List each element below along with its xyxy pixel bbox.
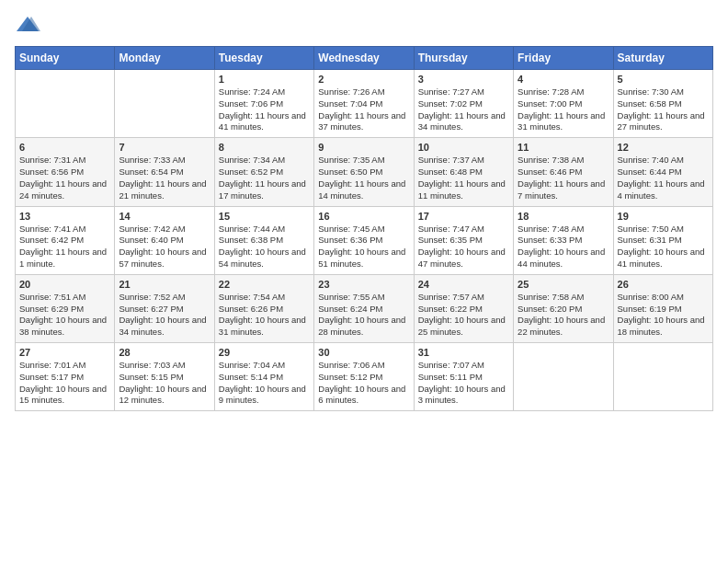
day-number: 4 xyxy=(518,74,609,85)
day-info: Sunrise: 7:54 AMSunset: 6:26 PMDaylight:… xyxy=(219,292,310,339)
calendar-cell: 19Sunrise: 7:50 AMSunset: 6:31 PMDayligh… xyxy=(613,206,712,274)
weekday-header: Wednesday xyxy=(314,47,414,70)
day-number: 21 xyxy=(119,279,210,290)
calendar-cell: 20Sunrise: 7:51 AMSunset: 6:29 PMDayligh… xyxy=(16,274,115,342)
day-number: 30 xyxy=(318,347,409,358)
calendar-cell: 16Sunrise: 7:45 AMSunset: 6:36 PMDayligh… xyxy=(314,206,414,274)
calendar-cell: 25Sunrise: 7:58 AMSunset: 6:20 PMDayligh… xyxy=(514,274,613,342)
day-info: Sunrise: 7:57 AMSunset: 6:22 PMDaylight:… xyxy=(418,292,509,339)
calendar-cell: 23Sunrise: 7:55 AMSunset: 6:24 PMDayligh… xyxy=(314,274,414,342)
logo xyxy=(15,15,44,35)
calendar-week-row: 27Sunrise: 7:01 AMSunset: 5:17 PMDayligh… xyxy=(16,343,713,411)
calendar-cell xyxy=(613,343,712,411)
calendar-week-row: 6Sunrise: 7:31 AMSunset: 6:56 PMDaylight… xyxy=(16,138,713,206)
day-number: 29 xyxy=(219,347,310,358)
weekday-header: Tuesday xyxy=(214,47,313,70)
day-number: 2 xyxy=(318,74,409,85)
day-info: Sunrise: 7:50 AMSunset: 6:31 PMDaylight:… xyxy=(618,224,709,270)
calendar-cell: 26Sunrise: 8:00 AMSunset: 6:19 PMDayligh… xyxy=(613,274,712,342)
day-number: 8 xyxy=(219,142,310,153)
logo-icon xyxy=(15,15,40,35)
day-number: 26 xyxy=(618,279,709,290)
calendar-cell: 8Sunrise: 7:34 AMSunset: 6:52 PMDaylight… xyxy=(214,138,313,206)
calendar-cell xyxy=(115,70,214,138)
day-info: Sunrise: 7:30 AMSunset: 6:58 PMDaylight:… xyxy=(618,86,709,133)
calendar-cell: 18Sunrise: 7:48 AMSunset: 6:33 PMDayligh… xyxy=(514,206,613,274)
day-number: 9 xyxy=(318,142,409,153)
calendar-cell: 7Sunrise: 7:33 AMSunset: 6:54 PMDaylight… xyxy=(115,138,214,206)
day-number: 14 xyxy=(119,211,210,222)
day-number: 12 xyxy=(618,142,709,153)
calendar-cell: 28Sunrise: 7:03 AMSunset: 5:15 PMDayligh… xyxy=(115,343,214,411)
day-info: Sunrise: 7:37 AMSunset: 6:48 PMDaylight:… xyxy=(418,155,509,201)
calendar-cell: 17Sunrise: 7:47 AMSunset: 6:35 PMDayligh… xyxy=(414,206,513,274)
calendar-cell: 31Sunrise: 7:07 AMSunset: 5:11 PMDayligh… xyxy=(414,343,513,411)
day-number: 24 xyxy=(418,279,509,290)
day-number: 17 xyxy=(418,211,509,222)
day-number: 3 xyxy=(418,74,509,85)
calendar-cell: 30Sunrise: 7:06 AMSunset: 5:12 PMDayligh… xyxy=(314,343,414,411)
day-number: 11 xyxy=(518,142,609,153)
day-info: Sunrise: 7:58 AMSunset: 6:20 PMDaylight:… xyxy=(518,292,609,339)
calendar-cell: 13Sunrise: 7:41 AMSunset: 6:42 PMDayligh… xyxy=(16,206,115,274)
day-info: Sunrise: 7:35 AMSunset: 6:50 PMDaylight:… xyxy=(318,155,409,201)
day-info: Sunrise: 7:07 AMSunset: 5:11 PMDaylight:… xyxy=(418,360,509,407)
day-number: 10 xyxy=(418,142,509,153)
day-info: Sunrise: 7:51 AMSunset: 6:29 PMDaylight:… xyxy=(19,292,110,339)
day-info: Sunrise: 7:52 AMSunset: 6:27 PMDaylight:… xyxy=(119,292,210,339)
day-number: 23 xyxy=(318,279,409,290)
day-number: 22 xyxy=(219,279,310,290)
day-number: 18 xyxy=(518,211,609,222)
weekday-header: Friday xyxy=(514,47,613,70)
day-info: Sunrise: 7:26 AMSunset: 7:04 PMDaylight:… xyxy=(318,86,409,133)
calendar-cell xyxy=(16,70,115,138)
day-number: 7 xyxy=(119,142,210,153)
day-info: Sunrise: 7:34 AMSunset: 6:52 PMDaylight:… xyxy=(219,155,310,201)
day-info: Sunrise: 7:03 AMSunset: 5:15 PMDaylight:… xyxy=(119,360,210,407)
calendar-cell: 24Sunrise: 7:57 AMSunset: 6:22 PMDayligh… xyxy=(414,274,513,342)
calendar-week-row: 20Sunrise: 7:51 AMSunset: 6:29 PMDayligh… xyxy=(16,274,713,342)
day-info: Sunrise: 7:45 AMSunset: 6:36 PMDaylight:… xyxy=(318,224,409,270)
day-info: Sunrise: 7:24 AMSunset: 7:06 PMDaylight:… xyxy=(219,86,310,133)
calendar-cell: 14Sunrise: 7:42 AMSunset: 6:40 PMDayligh… xyxy=(115,206,214,274)
calendar-cell: 10Sunrise: 7:37 AMSunset: 6:48 PMDayligh… xyxy=(414,138,513,206)
calendar-week-row: 13Sunrise: 7:41 AMSunset: 6:42 PMDayligh… xyxy=(16,206,713,274)
calendar-cell: 3Sunrise: 7:27 AMSunset: 7:02 PMDaylight… xyxy=(414,70,513,138)
weekday-header: Thursday xyxy=(414,47,513,70)
day-number: 5 xyxy=(618,74,709,85)
day-info: Sunrise: 7:44 AMSunset: 6:38 PMDaylight:… xyxy=(219,224,310,270)
day-number: 28 xyxy=(119,347,210,358)
day-number: 13 xyxy=(19,211,110,222)
calendar-cell: 11Sunrise: 7:38 AMSunset: 6:46 PMDayligh… xyxy=(514,138,613,206)
day-info: Sunrise: 8:00 AMSunset: 6:19 PMDaylight:… xyxy=(618,292,709,339)
calendar-cell: 21Sunrise: 7:52 AMSunset: 6:27 PMDayligh… xyxy=(115,274,214,342)
day-info: Sunrise: 7:42 AMSunset: 6:40 PMDaylight:… xyxy=(119,224,210,270)
weekday-header-row: SundayMondayTuesdayWednesdayThursdayFrid… xyxy=(16,47,713,70)
day-number: 25 xyxy=(518,279,609,290)
calendar-cell xyxy=(514,343,613,411)
weekday-header: Sunday xyxy=(16,47,115,70)
day-info: Sunrise: 7:55 AMSunset: 6:24 PMDaylight:… xyxy=(318,292,409,339)
calendar-cell: 1Sunrise: 7:24 AMSunset: 7:06 PMDaylight… xyxy=(214,70,313,138)
day-info: Sunrise: 7:31 AMSunset: 6:56 PMDaylight:… xyxy=(19,155,110,201)
day-number: 15 xyxy=(219,211,310,222)
day-number: 27 xyxy=(19,347,110,358)
calendar-cell: 29Sunrise: 7:04 AMSunset: 5:14 PMDayligh… xyxy=(214,343,313,411)
weekday-header: Saturday xyxy=(613,47,712,70)
calendar-cell: 12Sunrise: 7:40 AMSunset: 6:44 PMDayligh… xyxy=(613,138,712,206)
day-info: Sunrise: 7:33 AMSunset: 6:54 PMDaylight:… xyxy=(119,155,210,201)
calendar-cell: 6Sunrise: 7:31 AMSunset: 6:56 PMDaylight… xyxy=(16,138,115,206)
day-number: 19 xyxy=(618,211,709,222)
day-number: 1 xyxy=(219,74,310,85)
day-info: Sunrise: 7:04 AMSunset: 5:14 PMDaylight:… xyxy=(219,360,310,407)
calendar-cell: 22Sunrise: 7:54 AMSunset: 6:26 PMDayligh… xyxy=(214,274,313,342)
day-info: Sunrise: 7:38 AMSunset: 6:46 PMDaylight:… xyxy=(518,155,609,201)
calendar-cell: 5Sunrise: 7:30 AMSunset: 6:58 PMDaylight… xyxy=(613,70,712,138)
page-header xyxy=(15,15,713,35)
day-info: Sunrise: 7:48 AMSunset: 6:33 PMDaylight:… xyxy=(518,224,609,270)
calendar-cell: 27Sunrise: 7:01 AMSunset: 5:17 PMDayligh… xyxy=(16,343,115,411)
day-number: 20 xyxy=(19,279,110,290)
calendar-cell: 4Sunrise: 7:28 AMSunset: 7:00 PMDaylight… xyxy=(514,70,613,138)
calendar: SundayMondayTuesdayWednesdayThursdayFrid… xyxy=(15,46,713,411)
day-info: Sunrise: 7:28 AMSunset: 7:00 PMDaylight:… xyxy=(518,86,609,133)
